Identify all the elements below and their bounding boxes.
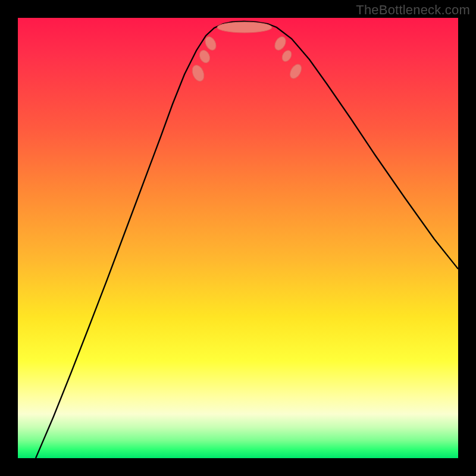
marker-left-upper: [190, 64, 206, 83]
marker-trough-bar: [217, 22, 272, 33]
marker-right-lower: [273, 35, 288, 52]
watermark-text: TheBottleneck.com: [356, 2, 470, 18]
chart-frame: [18, 18, 458, 458]
marker-left-mid: [198, 49, 212, 65]
marker-right-mid: [280, 49, 293, 63]
marker-right-upper: [288, 62, 304, 81]
curve-markers: [190, 22, 303, 83]
bottleneck-curve: [36, 21, 458, 458]
bottleneck-curve-plot: [18, 18, 458, 458]
